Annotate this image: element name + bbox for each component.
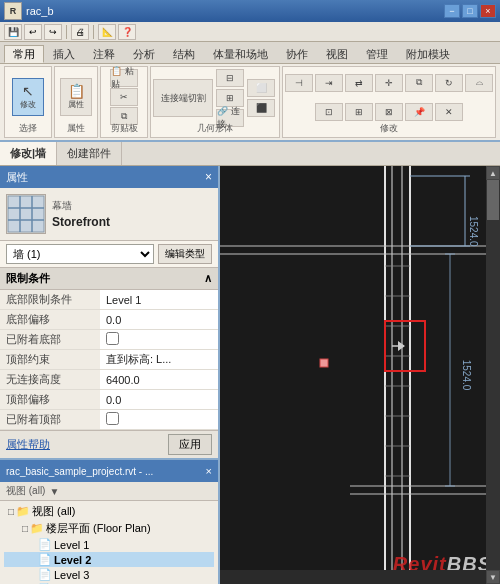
vertical-scrollbar[interactable]: ▲ ▼ <box>486 166 500 584</box>
tab-insert[interactable]: 插入 <box>44 45 84 63</box>
pb-title: rac_basic_sample_project.rvt - ... <box>6 466 153 477</box>
title-bar-text: rac_b <box>26 5 444 17</box>
properties-help-link[interactable]: 属性帮助 <box>6 437 50 452</box>
ribbon-tabs: 常用 插入 注释 分析 结构 体量和场地 协作 视图 管理 附加模块 <box>0 42 500 64</box>
select-button[interactable]: ↖ 修改 <box>12 78 44 116</box>
help-button[interactable]: ❓ <box>118 24 136 40</box>
list-item[interactable]: □📁视图 (all) <box>4 503 214 520</box>
ribbon-group-geometry: 连接端切割 ⊟ ⊞ 🔗 连接 ⬜ ⬛ 几何形体 <box>150 66 280 138</box>
properties-button[interactable]: 📋 属性 <box>60 78 92 116</box>
window-controls: − □ × <box>444 4 496 18</box>
offset-button[interactable]: ⇥ <box>315 74 343 92</box>
tab-analyze[interactable]: 分析 <box>124 45 164 63</box>
table-row: 底部限制条件Level 1 <box>0 290 218 310</box>
list-item[interactable]: 📄Level 2 <box>4 552 214 567</box>
type-selector: 墙 (1) 编辑类型 <box>0 241 218 268</box>
properties-table: 底部限制条件Level 1底部偏移0.0已附着底部顶部约束直到标高: L...无… <box>0 290 218 430</box>
ribbon-group-clipboard: 📋 粘贴 ✂ ⧉ 剪贴板 <box>100 66 148 138</box>
split-button[interactable]: ⊠ <box>375 103 403 121</box>
properties-close-button[interactable]: × <box>205 170 212 184</box>
group-props-label: 属性 <box>55 122 97 135</box>
close-button[interactable]: × <box>480 4 496 18</box>
tab-addins[interactable]: 附加模块 <box>397 45 459 63</box>
save-button[interactable]: 💾 <box>4 24 22 40</box>
constraints-label: 限制条件 <box>6 271 50 286</box>
trim-button[interactable]: ⌓ <box>465 74 493 92</box>
item-icon: 📄 <box>38 538 52 551</box>
left-panel: 属性 × 幕墙 Storefront <box>0 166 220 584</box>
expand-icon: □ <box>8 506 14 517</box>
instance-dropdown[interactable]: 墙 (1) <box>6 244 154 264</box>
geom-btn4[interactable]: ⬛ <box>247 99 275 117</box>
type-preview: 幕墙 Storefront <box>0 188 218 241</box>
maximize-button[interactable]: □ <box>462 4 478 18</box>
main-area: 属性 × 幕墙 Storefront <box>0 166 500 584</box>
edit-type-button[interactable]: 编辑类型 <box>158 244 212 264</box>
geom-btn1[interactable]: ⊟ <box>216 69 244 87</box>
align-button[interactable]: ⊣ <box>285 74 313 92</box>
scroll-thumb-v[interactable] <box>487 180 499 220</box>
move-button[interactable]: ✛ <box>375 74 403 92</box>
table-row: 顶部约束直到标高: L... <box>0 350 218 370</box>
constraints-toggle[interactable]: ∧ <box>204 272 212 285</box>
rotate-button[interactable]: ↻ <box>435 74 463 92</box>
props-icon: 📋 <box>68 84 85 98</box>
tab-manage[interactable]: 管理 <box>357 45 397 63</box>
list-item[interactable]: 📄Level 1 <box>4 537 214 552</box>
redo-button[interactable]: ↪ <box>44 24 62 40</box>
app-logo: R <box>4 2 22 20</box>
scroll-track-v[interactable] <box>486 180 500 570</box>
type-icon <box>6 194 46 234</box>
cad-viewport: 1524.0 <box>220 166 500 584</box>
project-browser: rac_basic_sample_project.rvt - ... × 视图 … <box>0 458 218 584</box>
print-button[interactable]: 🖨 <box>71 24 89 40</box>
tab-create-part[interactable]: 创建部件 <box>57 142 122 165</box>
context-ribbon: 修改|墙 创建部件 <box>0 142 500 166</box>
tab-massing[interactable]: 体量和场地 <box>204 45 277 63</box>
cursor-icon: ↖ <box>22 84 34 98</box>
pb-close-button[interactable]: × <box>206 465 212 477</box>
separator <box>66 25 67 39</box>
item-label: 楼层平面 (Floor Plan) <box>46 521 151 536</box>
item-label: 视图 (all) <box>32 504 75 519</box>
item-icon: 📄 <box>38 553 52 566</box>
pb-filter-button[interactable]: ▼ <box>49 486 59 497</box>
measure-button[interactable]: 📐 <box>98 24 116 40</box>
item-label: Level 1 <box>54 539 89 551</box>
copy-modify-button[interactable]: ⧉ <box>405 74 433 92</box>
scroll-down-button[interactable]: ▼ <box>486 570 500 584</box>
cut-geometry-button[interactable]: 连接端切割 <box>153 79 213 117</box>
pb-header: rac_basic_sample_project.rvt - ... × <box>0 460 218 482</box>
scroll-up-button[interactable]: ▲ <box>486 166 500 180</box>
geom-btn3[interactable]: ⬜ <box>247 79 275 97</box>
ribbon-group-props: 📋 属性 属性 <box>54 66 98 138</box>
properties-header: 属性 × <box>0 166 218 188</box>
horizontal-scrollbar[interactable] <box>220 570 486 584</box>
type-info: 幕墙 Storefront <box>52 199 110 229</box>
canvas-area: 1524.0 1524.0 RevitBBS ▲ <box>220 166 500 584</box>
delete-button[interactable]: ✕ <box>435 103 463 121</box>
table-row: 已附着底部 <box>0 330 218 350</box>
apply-button[interactable]: 应用 <box>168 434 212 455</box>
undo-button[interactable]: ↩ <box>24 24 42 40</box>
properties-title: 属性 <box>6 170 28 185</box>
tab-common[interactable]: 常用 <box>4 45 44 63</box>
tab-modify-wall[interactable]: 修改|墙 <box>0 142 57 165</box>
cut-button[interactable]: ✂ <box>110 88 138 106</box>
list-item[interactable]: □📁楼层平面 (Floor Plan) <box>4 520 214 537</box>
tab-view[interactable]: 视图 <box>317 45 357 63</box>
tab-collaborate[interactable]: 协作 <box>277 45 317 63</box>
properties-panel: 属性 × 幕墙 Storefront <box>0 166 218 458</box>
array-button[interactable]: ⊞ <box>345 103 373 121</box>
tab-annotate[interactable]: 注释 <box>84 45 124 63</box>
minimize-button[interactable]: − <box>444 4 460 18</box>
mirror-button[interactable]: ⇄ <box>345 74 373 92</box>
scale-button[interactable]: ⊡ <box>315 103 343 121</box>
tab-structure[interactable]: 结构 <box>164 45 204 63</box>
dimension-label: 1524.0 <box>461 360 472 391</box>
properties-scroll: 底部限制条件Level 1底部偏移0.0已附着底部顶部约束直到标高: L...无… <box>0 290 218 430</box>
pin-button[interactable]: 📌 <box>405 103 433 121</box>
list-item[interactable]: 📄Level 3 <box>4 567 214 582</box>
paste-button[interactable]: 📋 粘贴 <box>110 69 138 87</box>
svg-rect-29 <box>320 359 328 367</box>
